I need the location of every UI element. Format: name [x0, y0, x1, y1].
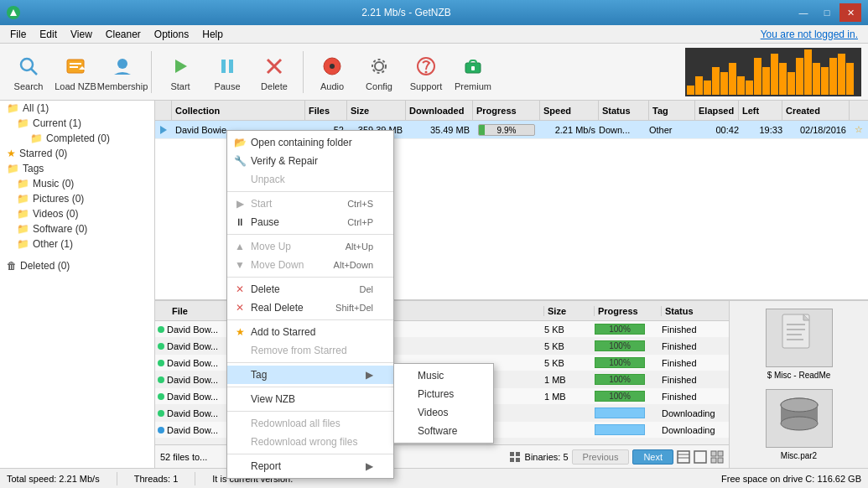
- membership-label: Membership: [97, 81, 148, 91]
- svg-point-40: [781, 398, 818, 412]
- load-nzb-label: Load NZB: [55, 81, 96, 91]
- sidebar-item-deleted[interactable]: 🗑 Deleted (0): [0, 258, 154, 273]
- menu-edit[interactable]: Edit: [33, 27, 64, 42]
- close-button[interactable]: ✕: [839, 3, 861, 22]
- ctx-move-up[interactable]: ▲ Move Up Alt+Up: [227, 237, 393, 256]
- sidebar-item-software[interactable]: 📁 Software (0): [0, 221, 154, 236]
- load-nzb-button[interactable]: Load NZB: [54, 48, 97, 96]
- sidebar-item-all[interactable]: 📁 All (1): [0, 101, 154, 116]
- search-button[interactable]: Search: [7, 48, 50, 96]
- ctx-view-nzb[interactable]: View NZB: [227, 390, 393, 408]
- file-status: Downloading: [662, 425, 729, 435]
- view-icon-1: [677, 450, 690, 464]
- row-progress: 9.9%: [473, 124, 540, 136]
- binaries-text: Binaries: 5: [525, 452, 569, 462]
- sidebar-item-completed[interactable]: 📁 Completed (0): [0, 131, 154, 146]
- ctx-real-delete[interactable]: ✕ Real Delete Shift+Del: [227, 299, 393, 317]
- ctx-up-icon: ▲: [232, 239, 247, 254]
- ctx-pause-icon: ⏸: [232, 215, 247, 230]
- tag-music[interactable]: Music: [394, 366, 493, 385]
- ctx-verify-repair[interactable]: 🔧 Verify & Repair: [227, 152, 393, 170]
- ctx-move-down[interactable]: ▼ Move Down Alt+Down: [227, 256, 393, 274]
- ctx-sep-5: [227, 362, 393, 363]
- ctx-redownload-all[interactable]: Redownload all files: [227, 414, 393, 433]
- pause-button[interactable]: Pause: [205, 48, 249, 96]
- ctx-sep-4: [227, 319, 393, 320]
- files-col-status-header: Status: [662, 306, 729, 316]
- row-left: 19:33: [739, 125, 782, 135]
- file-size: 5 KB: [544, 358, 595, 368]
- svg-rect-20: [510, 452, 514, 456]
- sidebar-item-current[interactable]: 📁 Current (1): [0, 116, 154, 131]
- membership-icon: [109, 53, 136, 80]
- svg-rect-27: [694, 451, 706, 463]
- maximize-button[interactable]: □: [816, 3, 838, 22]
- tag-pictures[interactable]: Pictures: [394, 385, 493, 403]
- tag-videos[interactable]: Videos: [394, 403, 493, 422]
- config-button[interactable]: Config: [357, 48, 401, 96]
- view-icon-2: [694, 450, 707, 464]
- row-star[interactable]: ☆: [850, 124, 868, 135]
- ctx-sep-8: [227, 454, 393, 454]
- titlebar: 2.21 Mb/s - GetNZB — □ ✕: [0, 0, 868, 25]
- ctx-real-delete-icon: ✕: [232, 300, 247, 315]
- sidebar: 📁 All (1) 📁 Current (1) 📁 Completed (0) …: [0, 101, 155, 468]
- premium-button[interactable]: Premium: [451, 48, 495, 96]
- nav-controls: Binaries: 5 Previous Next: [508, 449, 724, 465]
- svg-point-39: [781, 417, 818, 430]
- support-button[interactable]: Support: [404, 48, 448, 96]
- menu-view[interactable]: View: [64, 27, 99, 42]
- ctx-unpack[interactable]: Unpack: [227, 170, 393, 189]
- sidebar-item-pictures[interactable]: 📁 Pictures (0): [0, 191, 154, 206]
- preview-images: $ Misc - ReadMe Misc.par2: [730, 301, 868, 468]
- status-dot-green: [158, 326, 164, 333]
- file-status: Finished: [662, 341, 729, 351]
- ctx-pause[interactable]: ⏸ Pause Ctrl+P: [227, 213, 393, 231]
- sidebar-item-videos[interactable]: 📁 Videos (0): [0, 206, 154, 221]
- row-tag: Other: [649, 125, 695, 135]
- minimize-button[interactable]: —: [793, 3, 814, 22]
- menu-cleaner[interactable]: Cleaner: [99, 27, 148, 42]
- file-status: Finished: [662, 324, 729, 335]
- col-header-left: Left: [739, 101, 782, 121]
- ctx-remove-starred[interactable]: Remove from Starred: [227, 341, 393, 360]
- ctx-start[interactable]: ▶ Start Ctrl+S: [227, 195, 393, 213]
- membership-button[interactable]: Membership: [101, 48, 144, 96]
- ctx-tag[interactable]: Tag ▶: [227, 366, 393, 384]
- menu-options[interactable]: Options: [148, 27, 195, 42]
- ctx-open-folder[interactable]: 📂 Open containing folder: [227, 133, 393, 152]
- play-triangle-icon: [160, 126, 167, 134]
- sidebar-item-other[interactable]: 📁 Other (1): [0, 236, 154, 252]
- folder-icon: 📁: [17, 193, 29, 205]
- delete-button[interactable]: Delete: [252, 48, 296, 96]
- par2-thumb: [766, 389, 833, 448]
- report-arrow-icon: ▶: [366, 460, 373, 472]
- ctx-add-starred[interactable]: ★ Add to Starred: [227, 323, 393, 341]
- start-button[interactable]: Start: [159, 48, 202, 96]
- statusbar-sep-2: [195, 472, 195, 485]
- svg-point-0: [21, 59, 33, 70]
- svg-rect-4: [70, 66, 78, 68]
- ctx-report[interactable]: Report ▶: [227, 457, 393, 475]
- sidebar-item-music[interactable]: 📁 Music (0): [0, 176, 154, 191]
- svg-line-1: [31, 69, 37, 75]
- context-menu: 📂 Open containing folder 🔧 Verify & Repa…: [226, 130, 394, 479]
- folder-icon: 📁: [7, 102, 19, 114]
- login-link[interactable]: You are not logged in.: [761, 29, 865, 40]
- col-header-tag: Tag: [649, 101, 695, 121]
- menu-file[interactable]: File: [3, 27, 33, 42]
- file-status: Finished: [662, 358, 729, 368]
- ctx-redownload-wrong[interactable]: Redownload wrong files: [227, 433, 393, 451]
- next-button[interactable]: Next: [632, 449, 673, 465]
- prev-button[interactable]: Previous: [572, 449, 630, 465]
- sidebar-item-starred[interactable]: ★ Starred (0): [0, 146, 154, 161]
- menu-help[interactable]: Help: [195, 27, 230, 42]
- sidebar-item-tags[interactable]: 📁 Tags: [0, 161, 154, 176]
- folder-icon: 📁: [17, 178, 29, 189]
- ctx-sep-6: [227, 387, 393, 387]
- svg-rect-22: [510, 458, 514, 462]
- audio-button[interactable]: Audio: [310, 48, 354, 96]
- tag-software[interactable]: Software: [394, 422, 493, 440]
- ctx-delete[interactable]: ✕ Delete Del: [227, 280, 393, 299]
- col-header-progress: Progress: [473, 101, 540, 121]
